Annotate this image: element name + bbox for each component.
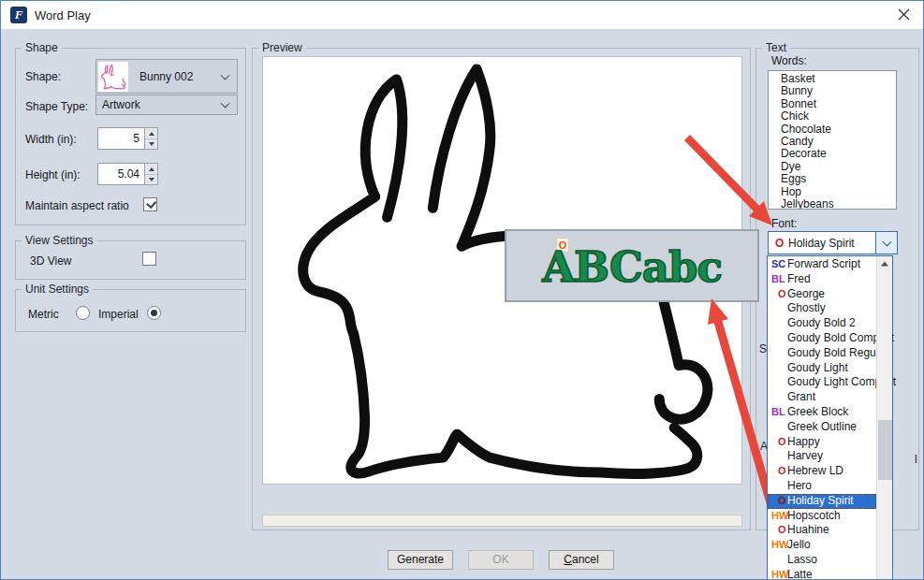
- font-type-prefix: HW: [771, 538, 787, 553]
- font-name: Greek Block: [787, 405, 848, 418]
- font-dropdown-item[interactable]: Goudy Bold Compact: [768, 331, 876, 346]
- width-spinner: [144, 127, 158, 150]
- font-dropdown-item[interactable]: BLGreek Block: [768, 405, 876, 420]
- word-item[interactable]: Bonnet: [769, 98, 896, 110]
- unit-settings-group: Unit Settings Metric Imperial: [15, 289, 246, 332]
- shape-group: Shape Shape: Bunny 002 Shape Type: Artwo…: [15, 48, 246, 225]
- font-dropdown-item[interactable]: Harvey: [768, 449, 876, 464]
- 3d-view-checkbox[interactable]: [142, 252, 156, 266]
- width-spin-down[interactable]: [145, 138, 157, 149]
- font-dropdown-item[interactable]: Lasso: [768, 553, 876, 568]
- font-type-prefix: SC: [771, 257, 787, 272]
- up-arrow-icon: [149, 167, 154, 171]
- height-spin-up[interactable]: [145, 164, 157, 174]
- word-item[interactable]: Hop: [769, 186, 896, 198]
- font-dropdown-item[interactable]: BLFred: [768, 272, 876, 287]
- font-type-prefix: BL: [771, 272, 787, 287]
- font-dropdown-item[interactable]: Ghostly: [768, 301, 876, 316]
- view-settings-group: View Settings 3D View: [15, 240, 246, 280]
- aspect-ratio-label: Maintain aspect ratio: [25, 199, 129, 212]
- word-item[interactable]: Candy: [769, 136, 896, 148]
- cancel-button[interactable]: Cancel: [549, 550, 614, 570]
- font-select[interactable]: O Holiday Spirit: [768, 231, 898, 254]
- word-item[interactable]: Bunny: [769, 85, 896, 97]
- font-name: George: [787, 287, 825, 300]
- font-dropdown-item[interactable]: OHoliday Spirit: [768, 494, 876, 509]
- font-dropdown-item[interactable]: Goudy Light Compact: [768, 375, 876, 390]
- aspect-ratio-checkbox[interactable]: [143, 197, 157, 211]
- ok-button[interactable]: OK: [468, 550, 534, 570]
- font-dropdown-item[interactable]: OHuahine: [768, 523, 876, 538]
- app-logo-icon: F: [10, 7, 27, 23]
- height-spin-down[interactable]: [145, 174, 157, 184]
- up-arrow-icon: [149, 132, 154, 136]
- word-item[interactable]: Basket: [769, 73, 896, 85]
- font-dropdown-item[interactable]: HWJello: [768, 538, 876, 553]
- font-type-prefix: BL: [771, 405, 787, 420]
- width-label: Width (in):: [25, 133, 77, 146]
- word-item[interactable]: Eggs: [769, 173, 896, 185]
- dropdown-scrollbar[interactable]: [876, 256, 892, 580]
- font-dropdown-item[interactable]: Goudy Bold 2: [768, 316, 876, 331]
- font-name: Huahine: [787, 523, 829, 536]
- scrollbar-thumb[interactable]: [878, 420, 892, 480]
- font-dropdown-item[interactable]: Hero: [768, 479, 876, 494]
- chevron-down-icon: [221, 99, 230, 109]
- font-dropdown-item[interactable]: OHappy: [768, 435, 876, 450]
- font-type-prefix: O: [771, 435, 781, 450]
- word-item[interactable]: Chick: [769, 110, 896, 123]
- generate-button[interactable]: Generate: [388, 550, 453, 570]
- font-dropdown-item[interactable]: OGeorge: [768, 287, 876, 302]
- shape-label: Shape:: [25, 70, 61, 83]
- hidden-label-fragment-s: S: [759, 342, 767, 355]
- font-name: Lasso: [787, 553, 817, 566]
- shape-type-select[interactable]: Artwork: [95, 94, 238, 115]
- font-type-prefix: HW: [771, 509, 787, 524]
- font-name: Jello: [787, 538, 811, 551]
- word-item[interactable]: Chocolate: [769, 123, 896, 136]
- font-dropdown-list[interactable]: SCForward ScriptBLFredOGeorgeGhostlyGoud…: [767, 255, 893, 580]
- font-name: Fred: [787, 272, 811, 285]
- bunny-thumbnail-icon: [99, 63, 127, 91]
- title-bar[interactable]: F Word Play: [1, 1, 923, 29]
- font-dropdown-item[interactable]: SCForward Script: [768, 257, 876, 272]
- font-dropdown-button[interactable]: [875, 232, 897, 254]
- word-item[interactable]: Decorate: [769, 148, 896, 160]
- width-spin-up[interactable]: [145, 128, 157, 138]
- font-dropdown-item[interactable]: Greek Outline: [768, 420, 876, 435]
- font-name: Hero: [787, 479, 812, 492]
- word-play-dialog: F Word Play Shape Shape: Bunny 002 Shape…: [0, 0, 924, 580]
- font-dropdown-item[interactable]: Grant: [768, 390, 876, 405]
- font-name: Goudy Bold 2: [787, 316, 856, 329]
- metric-radio[interactable]: [76, 306, 90, 320]
- font-type-prefix: HW: [771, 568, 787, 580]
- font-sample-text: ABCabc: [506, 240, 757, 295]
- font-value: Holiday Spirit: [788, 237, 855, 250]
- font-dropdown-item[interactable]: Goudy Light: [768, 361, 876, 376]
- chevron-down-icon: [883, 237, 892, 246]
- font-name: Ghostly: [787, 301, 826, 314]
- font-dropdown-item[interactable]: Goudy Bold Regular: [768, 346, 876, 361]
- shape-type-label: Shape Type:: [25, 100, 88, 113]
- words-list[interactable]: BasketBunnyBonnetChickChocolateCandyDeco…: [768, 70, 897, 210]
- font-dropdown-item[interactable]: HWLatte: [768, 568, 876, 580]
- window-title: Word Play: [35, 8, 91, 22]
- font-dropdown-item[interactable]: HWHopscotch: [768, 509, 876, 524]
- close-button[interactable]: [887, 1, 919, 28]
- scroll-up-button[interactable]: [877, 256, 892, 271]
- imperial-radio[interactable]: [147, 306, 161, 320]
- imperial-label: Imperial: [98, 308, 139, 321]
- font-label: Font:: [771, 217, 797, 230]
- font-type-prefix: O: [771, 287, 781, 302]
- word-item[interactable]: Dye: [769, 161, 896, 173]
- height-spinner: [144, 163, 158, 185]
- shape-select[interactable]: Bunny 002: [95, 59, 238, 94]
- view-settings-title: View Settings: [22, 234, 97, 247]
- width-input[interactable]: 5: [97, 127, 145, 150]
- font-name: Greek Outline: [787, 420, 857, 433]
- word-item[interactable]: Jellybeans: [769, 198, 896, 210]
- height-input[interactable]: 5.04: [97, 163, 145, 185]
- shape-value: Bunny 002: [139, 70, 193, 83]
- font-dropdown-item[interactable]: OHebrew LD: [768, 464, 876, 479]
- progress-bar: [262, 515, 742, 527]
